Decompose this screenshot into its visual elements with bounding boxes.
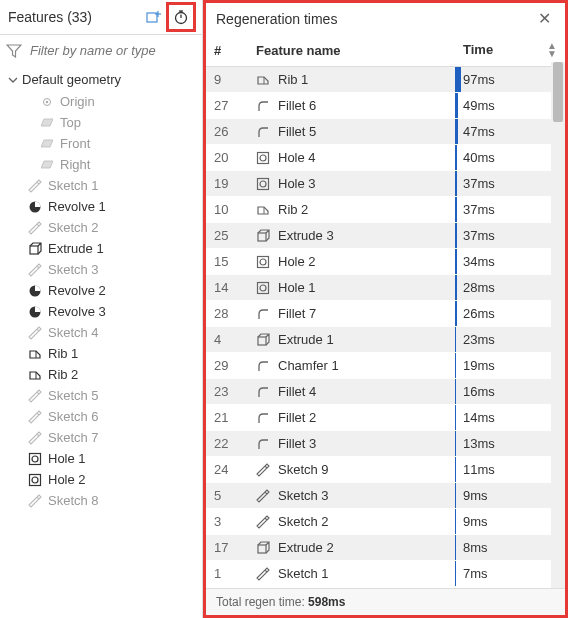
row-num: 1 bbox=[206, 561, 248, 587]
plane-item[interactable]: Right bbox=[0, 154, 202, 175]
scrollbar[interactable] bbox=[551, 62, 565, 588]
svg-point-21 bbox=[260, 155, 266, 161]
table-row[interactable]: 21Fillet 214ms bbox=[206, 405, 565, 431]
table-row[interactable]: 5Sketch 39ms bbox=[206, 483, 565, 509]
rib-icon bbox=[256, 73, 270, 87]
row-num: 26 bbox=[206, 119, 248, 145]
filter-icon[interactable] bbox=[6, 44, 22, 58]
feature-item[interactable]: Sketch 2 bbox=[0, 217, 202, 238]
table-row[interactable]: 19Hole 337ms bbox=[206, 171, 565, 197]
hole-icon bbox=[256, 281, 270, 295]
row-time-cell: 9ms bbox=[455, 483, 565, 509]
origin-item[interactable]: Origin bbox=[0, 91, 202, 112]
row-time: 97ms bbox=[463, 72, 495, 87]
row-name-cell: Fillet 5 bbox=[248, 119, 455, 144]
feature-item[interactable]: Rib 2 bbox=[0, 364, 202, 385]
col-header-num[interactable]: # bbox=[206, 34, 248, 67]
feature-item[interactable]: Sketch 4 bbox=[0, 322, 202, 343]
table-row[interactable]: 15Hole 234ms bbox=[206, 249, 565, 275]
table-row[interactable]: 17Extrude 28ms bbox=[206, 535, 565, 561]
row-name-cell: Sketch 1 bbox=[248, 561, 455, 586]
row-name: Extrude 3 bbox=[278, 228, 334, 243]
insert-feature-icon[interactable] bbox=[144, 7, 164, 27]
svg-rect-15 bbox=[30, 453, 41, 464]
scrollbar-thumb[interactable] bbox=[553, 62, 563, 122]
feature-item[interactable]: Revolve 2 bbox=[0, 280, 202, 301]
table-row[interactable]: 20Hole 440ms bbox=[206, 145, 565, 171]
filter-input[interactable] bbox=[28, 39, 201, 62]
table-row[interactable]: 26Fillet 547ms bbox=[206, 119, 565, 145]
table-row[interactable]: 10Rib 237ms bbox=[206, 197, 565, 223]
row-num: 24 bbox=[206, 457, 248, 483]
hole-icon bbox=[28, 452, 42, 466]
feature-item[interactable]: Sketch 5 bbox=[0, 385, 202, 406]
table-row[interactable]: 1Sketch 17ms bbox=[206, 561, 565, 587]
feature-item[interactable]: Revolve 1 bbox=[0, 196, 202, 217]
table-row[interactable]: 9Rib 197ms bbox=[206, 67, 565, 93]
row-time-cell: 13ms bbox=[455, 431, 565, 457]
row-name: Extrude 1 bbox=[278, 332, 334, 347]
row-time-cell: 37ms bbox=[455, 223, 565, 249]
table-row[interactable]: 24Sketch 911ms bbox=[206, 457, 565, 483]
feature-label: Hole 2 bbox=[48, 472, 86, 487]
table-row[interactable]: 14Hole 128ms bbox=[206, 275, 565, 301]
col-header-time[interactable]: Time ▲▼ bbox=[455, 34, 565, 67]
feature-item[interactable]: Revolve 3 bbox=[0, 301, 202, 322]
table-row[interactable]: 27Fillet 649ms bbox=[206, 93, 565, 119]
footer-label: Total regen time: bbox=[216, 595, 308, 609]
plane-item[interactable]: Top bbox=[0, 112, 202, 133]
rib-icon bbox=[256, 203, 270, 217]
feature-label: Sketch 7 bbox=[48, 430, 99, 445]
close-icon[interactable]: ✕ bbox=[534, 9, 555, 28]
row-num: 3 bbox=[206, 509, 248, 535]
feature-item[interactable]: Sketch 3 bbox=[0, 259, 202, 280]
default-geometry-group[interactable]: Default geometry bbox=[0, 68, 202, 91]
col-header-name[interactable]: Feature name bbox=[248, 34, 455, 67]
row-time: 7ms bbox=[463, 566, 488, 581]
table-row[interactable]: 25Extrude 337ms bbox=[206, 223, 565, 249]
row-name: Rib 2 bbox=[278, 202, 308, 217]
table-row[interactable]: 29Chamfer 119ms bbox=[206, 353, 565, 379]
time-bar bbox=[455, 67, 461, 92]
feature-label: Sketch 1 bbox=[48, 178, 99, 193]
regen-timer-icon[interactable] bbox=[171, 7, 191, 27]
sketch-icon bbox=[28, 263, 42, 277]
feature-item[interactable]: Rib 1 bbox=[0, 343, 202, 364]
sort-icon[interactable]: ▲▼ bbox=[547, 42, 557, 58]
table-row[interactable]: 28Fillet 726ms bbox=[206, 301, 565, 327]
row-name: Fillet 2 bbox=[278, 410, 316, 425]
row-name-cell: Hole 1 bbox=[248, 275, 455, 300]
sketch-icon bbox=[256, 515, 270, 529]
row-name-cell: Fillet 4 bbox=[248, 379, 455, 404]
svg-rect-17 bbox=[30, 474, 41, 485]
sketch-icon bbox=[28, 389, 42, 403]
row-num: 25 bbox=[206, 223, 248, 249]
feature-item[interactable]: Sketch 6 bbox=[0, 406, 202, 427]
table-row[interactable]: 4Extrude 123ms bbox=[206, 327, 565, 353]
row-num: 4 bbox=[206, 327, 248, 353]
fillet-icon bbox=[256, 125, 270, 139]
row-name: Fillet 6 bbox=[278, 98, 316, 113]
row-num: 21 bbox=[206, 405, 248, 431]
feature-item[interactable]: Sketch 1 bbox=[0, 175, 202, 196]
rib-icon bbox=[28, 368, 42, 382]
feature-item[interactable]: Hole 1 bbox=[0, 448, 202, 469]
group-label: Default geometry bbox=[22, 72, 121, 87]
features-title: Features (33) bbox=[8, 9, 144, 25]
feature-item[interactable]: Hole 2 bbox=[0, 469, 202, 490]
plane-icon bbox=[40, 116, 54, 130]
table-row[interactable]: 23Fillet 416ms bbox=[206, 379, 565, 405]
feature-item[interactable]: Sketch 8 bbox=[0, 490, 202, 511]
row-name-cell: Extrude 2 bbox=[248, 535, 455, 560]
hole-icon bbox=[256, 177, 270, 191]
row-name: Sketch 3 bbox=[278, 488, 329, 503]
feature-item[interactable]: Sketch 7 bbox=[0, 427, 202, 448]
feature-item[interactable]: Extrude 1 bbox=[0, 238, 202, 259]
table-row[interactable]: 3Sketch 29ms bbox=[206, 509, 565, 535]
regen-table-wrap[interactable]: # Feature name Time ▲▼ 9Rib 197ms27Fille… bbox=[206, 34, 565, 588]
row-name: Sketch 1 bbox=[278, 566, 329, 581]
table-row[interactable]: 22Fillet 313ms bbox=[206, 431, 565, 457]
feature-tree[interactable]: Default geometry Origin TopFrontRight Sk… bbox=[0, 66, 202, 618]
row-num: 17 bbox=[206, 535, 248, 561]
plane-item[interactable]: Front bbox=[0, 133, 202, 154]
